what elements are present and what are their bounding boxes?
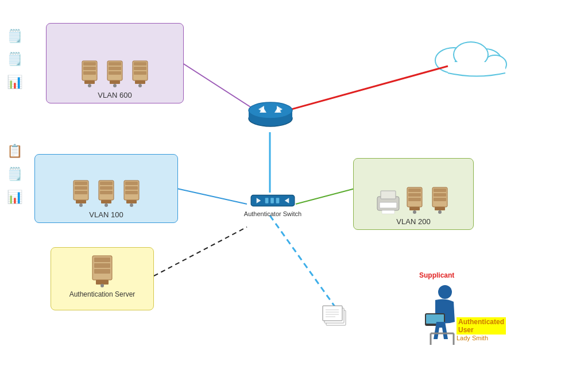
switch-container: Authenticator Switch xyxy=(247,191,299,217)
auth-server-icon xyxy=(88,253,117,288)
svg-point-12 xyxy=(88,84,91,87)
svg-rect-69 xyxy=(434,198,446,201)
svg-point-45 xyxy=(249,102,292,118)
svg-rect-32 xyxy=(100,182,113,185)
svg-rect-10 xyxy=(83,71,96,75)
svg-rect-29 xyxy=(76,200,86,203)
svg-rect-21 xyxy=(134,67,146,70)
svg-rect-26 xyxy=(75,182,87,185)
svg-rect-16 xyxy=(109,71,121,75)
svg-rect-75 xyxy=(94,269,110,274)
svg-rect-41 xyxy=(126,200,137,203)
router-icon xyxy=(247,97,294,132)
svg-rect-20 xyxy=(134,62,146,66)
user-container: Supplicant Authenticated User Lady Smith xyxy=(413,282,459,353)
svg-rect-63 xyxy=(408,198,421,201)
server-icon-8 xyxy=(428,185,452,215)
svg-rect-35 xyxy=(101,200,111,203)
svg-rect-11 xyxy=(84,80,95,84)
doc-icon-3: 🗒️ xyxy=(7,167,22,182)
svg-rect-5 xyxy=(448,62,505,74)
svg-rect-70 xyxy=(435,207,445,210)
svg-rect-76 xyxy=(96,280,109,285)
user-silhouette xyxy=(413,282,459,351)
authserver-switch-line xyxy=(154,227,247,276)
svg-point-30 xyxy=(79,203,83,207)
svg-rect-80 xyxy=(323,306,342,321)
vlan600-label: VLAN 600 xyxy=(98,91,131,99)
server-icon-2 xyxy=(103,59,127,89)
vlan600-servers xyxy=(78,59,152,89)
auth-user-badge: Authenticated User Lady Smith xyxy=(457,317,506,341)
svg-rect-28 xyxy=(75,191,87,194)
svg-rect-57 xyxy=(381,191,396,199)
svg-rect-33 xyxy=(100,186,113,190)
server-icon-7 xyxy=(403,185,427,215)
svg-rect-40 xyxy=(125,191,138,194)
svg-rect-55 xyxy=(276,198,280,203)
svg-rect-38 xyxy=(125,182,138,185)
svg-rect-58 xyxy=(380,202,397,208)
svg-rect-64 xyxy=(409,207,420,210)
doc-icon-1: 🗒️ xyxy=(7,29,22,44)
router xyxy=(247,97,294,132)
svg-rect-73 xyxy=(94,258,110,262)
auth-user-name: Lady Smith xyxy=(457,335,506,341)
svg-rect-34 xyxy=(100,191,113,194)
svg-point-65 xyxy=(413,210,416,214)
switch-label: Authenticator Switch xyxy=(244,210,301,217)
svg-rect-62 xyxy=(408,193,421,197)
router-cloud-line xyxy=(281,66,448,112)
svg-point-1 xyxy=(455,54,485,75)
svg-point-18 xyxy=(113,84,117,87)
svg-point-3 xyxy=(483,55,506,74)
server-icon-6 xyxy=(119,178,144,208)
table-icon: 📋 xyxy=(7,144,22,159)
svg-rect-67 xyxy=(434,189,446,192)
svg-point-77 xyxy=(100,284,104,287)
document-stack-icon xyxy=(322,303,350,326)
chart-icon-1: 📊 xyxy=(7,75,22,90)
switch-supplicant-line xyxy=(270,216,339,312)
svg-rect-22 xyxy=(134,71,146,75)
svg-point-2 xyxy=(469,49,501,72)
svg-rect-68 xyxy=(434,193,446,197)
switch-icon xyxy=(249,191,297,210)
vlan100-box: VLAN 100 xyxy=(34,154,178,223)
svg-rect-8 xyxy=(83,62,96,66)
svg-point-36 xyxy=(105,203,108,207)
svg-rect-27 xyxy=(75,186,87,190)
doc-icon-2: 🗒️ xyxy=(7,52,22,67)
auth-server-box: Authentication Server xyxy=(51,247,154,310)
svg-rect-61 xyxy=(408,189,421,192)
supplicant-label: Supplicant xyxy=(419,271,454,279)
switch-vlan200-line xyxy=(296,189,355,204)
svg-rect-39 xyxy=(125,186,138,190)
vlan600-box: VLAN 600 xyxy=(46,23,184,103)
vlan200-label: VLAN 200 xyxy=(396,217,430,226)
printer-icon xyxy=(375,185,401,215)
svg-rect-74 xyxy=(94,263,110,268)
svg-rect-59 xyxy=(382,210,394,214)
auth-user-label: Authenticated User xyxy=(457,317,506,335)
cloud-icon xyxy=(435,42,506,76)
sidebar-icons: 🗒️ 🗒️ 📊 📋 🗒️ 📊 xyxy=(7,29,22,205)
network-diagram: 🗒️ 🗒️ 📊 📋 🗒️ 📊 xyxy=(0,0,588,392)
svg-point-24 xyxy=(138,84,142,87)
server-icon-4 xyxy=(69,178,93,208)
supplicant-device xyxy=(322,303,350,329)
svg-rect-9 xyxy=(83,67,96,70)
svg-rect-54 xyxy=(270,198,274,203)
chart-icon-2: 📊 xyxy=(7,190,22,205)
svg-point-4 xyxy=(454,42,488,67)
svg-rect-15 xyxy=(109,67,121,70)
server-icon-5 xyxy=(94,178,118,208)
vlan100-servers xyxy=(69,178,144,208)
svg-rect-53 xyxy=(265,198,269,203)
svg-point-0 xyxy=(435,48,472,73)
server-icon-1 xyxy=(78,59,102,89)
svg-rect-23 xyxy=(135,80,145,84)
server-icon-3 xyxy=(128,59,152,89)
svg-point-85 xyxy=(438,285,452,299)
svg-rect-14 xyxy=(109,62,121,66)
